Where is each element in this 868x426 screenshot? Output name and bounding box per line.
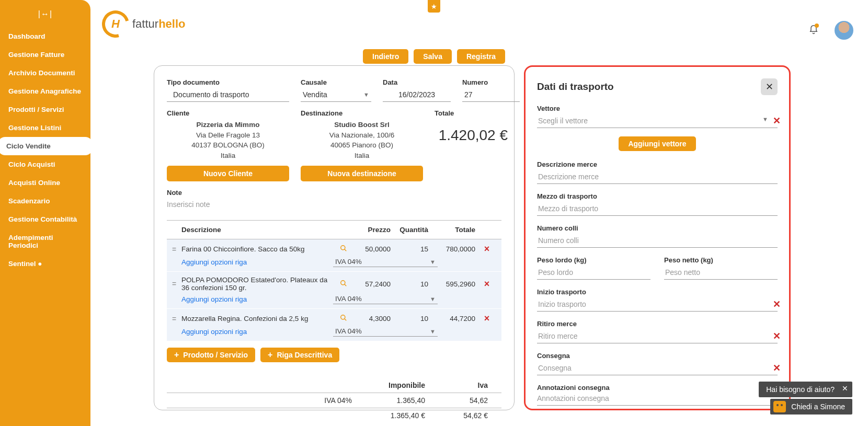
clear-inizio-icon[interactable]: ✕: [773, 298, 781, 310]
note-input[interactable]: Inserisci note: [167, 199, 501, 209]
clear-vettore-icon[interactable]: ✕: [773, 115, 781, 126]
drag-handle-icon[interactable]: =: [167, 315, 181, 323]
search-icon[interactable]: [333, 314, 354, 323]
data-label: Data: [383, 78, 451, 86]
data-input[interactable]: [383, 89, 451, 102]
totals-imponibile: 1.365,40: [355, 396, 428, 405]
delete-row-icon[interactable]: ×: [479, 244, 494, 255]
th-prezzo: Prezzo: [354, 226, 395, 234]
destinazione-box[interactable]: Studio Boost Srl Via Nazionale, 100/6 40…: [301, 120, 423, 160]
delete-row-icon[interactable]: ×: [479, 313, 494, 324]
notification-dot: [815, 24, 819, 28]
sidebar-item-ciclo-acquisti[interactable]: Ciclo Acquisti: [0, 155, 90, 174]
causale-select[interactable]: Vendita▼: [301, 89, 371, 102]
svg-point-1: [341, 281, 345, 285]
register-button[interactable]: Registra: [457, 49, 505, 64]
sidebar-item-gestione-contabilita[interactable]: Gestione Contabilità: [0, 210, 90, 228]
sidebar-item-sentinel[interactable]: Sentinel ●: [0, 255, 90, 273]
sidebar-item-dashboard[interactable]: Dashboard: [0, 27, 90, 45]
cliente-addr1: Via Delle Fragole 13: [167, 130, 289, 141]
table-row: =Farina 00 Chiccoinfiore. Sacco da 50kg5…: [167, 239, 501, 272]
help-close-icon[interactable]: ✕: [842, 384, 848, 393]
sidebar: |↔| Dashboard Gestione Fatture Archivio …: [0, 0, 90, 426]
row-iva-select[interactable]: IVA 04%▼: [333, 326, 438, 337]
sidebar-item-archivio-documenti[interactable]: Archivio Documenti: [0, 64, 90, 82]
row-options-link[interactable]: Aggiungi opzioni riga: [181, 295, 333, 303]
note-label: Note: [167, 189, 501, 197]
mezzo-input[interactable]: [537, 203, 778, 216]
page-actions: Indietro Salva Registra: [363, 49, 505, 64]
clear-ritiro-icon[interactable]: ✕: [773, 330, 781, 342]
numero-label: Numero: [462, 78, 520, 86]
clear-consegna-icon[interactable]: ✕: [773, 362, 781, 374]
search-icon[interactable]: [333, 280, 354, 289]
search-icon[interactable]: [333, 245, 354, 254]
th-quantita: Quantità: [395, 226, 432, 234]
sidebar-item-prodotti-servizi[interactable]: Prodotti / Servizi: [0, 100, 90, 119]
close-button[interactable]: ✕: [761, 78, 778, 95]
help-text: Hai bisogno di aiuto?: [766, 385, 835, 394]
sidebar-item-ciclo-vendite[interactable]: Ciclo Vendite: [0, 137, 93, 155]
row-options-link[interactable]: Aggiungi opzioni riga: [181, 328, 333, 336]
sidebar-item-gestione-fatture[interactable]: Gestione Fatture: [0, 45, 90, 64]
row-desc[interactable]: Farina 00 Chiccoinfiore. Sacco da 50kg: [181, 245, 333, 253]
nuovo-cliente-button[interactable]: Nuovo Cliente: [167, 166, 289, 181]
save-button[interactable]: Salva: [414, 49, 452, 64]
row-iva-select[interactable]: IVA 04%▼: [333, 294, 438, 304]
chatbot-icon: [773, 401, 786, 412]
ritiro-merce-input[interactable]: [537, 330, 778, 343]
row-qty[interactable]: 10: [395, 280, 432, 288]
help-bar[interactable]: Hai bisogno di aiuto? ✕: [759, 382, 852, 397]
row-options-link[interactable]: Aggiungi opzioni riga: [181, 258, 333, 266]
inizio-trasporto-label: Inizio trasporto: [537, 288, 778, 296]
row-desc[interactable]: POLPA POMODORO Estated'oro. Plateaux da …: [181, 276, 333, 292]
descrizione-merce-input[interactable]: [537, 171, 778, 184]
favorite-banner[interactable]: ★: [428, 0, 440, 13]
totale-label: Totale: [435, 109, 508, 117]
row-price[interactable]: 4,3000: [354, 315, 395, 323]
table-row: =POLPA POMODORO Estated'oro. Plateaux da…: [167, 272, 501, 309]
dest-addr2: 40065 Pianoro (BO): [301, 140, 423, 151]
numero-colli-input[interactable]: [537, 235, 778, 248]
back-button[interactable]: Indietro: [363, 49, 408, 64]
annotazioni-input[interactable]: Annotazioni consegna: [537, 394, 778, 406]
brand-logo-text: fatturhello: [132, 17, 185, 31]
consegna-input[interactable]: [537, 362, 778, 375]
row-desc[interactable]: Mozzarella Regina. Confezioni da 2,5 kg: [181, 315, 333, 323]
drag-handle-icon[interactable]: =: [167, 280, 181, 288]
vettore-select[interactable]: [537, 115, 778, 128]
row-price[interactable]: 50,0000: [354, 245, 395, 253]
sidebar-item-gestione-anagrafiche[interactable]: Gestione Anagrafiche: [0, 82, 90, 100]
add-product-button[interactable]: +Prodotto / Servizio: [167, 348, 255, 362]
th-totale: Totale: [432, 226, 479, 234]
add-descriptive-row-button[interactable]: +Riga Descrittiva: [260, 348, 339, 362]
sidebar-item-adempimenti-periodici[interactable]: Adempimenti Periodici: [0, 228, 90, 255]
brand-logo[interactable]: fatturhello: [102, 10, 185, 38]
numero-input[interactable]: [462, 89, 520, 102]
sidebar-item-scadenzario[interactable]: Scadenzario: [0, 192, 90, 210]
sidebar-item-gestione-listini[interactable]: Gestione Listini: [0, 119, 90, 137]
nuova-destinazione-button[interactable]: Nuova destinazione: [301, 166, 423, 181]
notifications-bell-icon[interactable]: [808, 25, 819, 36]
sidebar-item-acquisti-online[interactable]: Acquisti Online: [0, 174, 90, 192]
peso-lordo-input[interactable]: [537, 267, 650, 280]
brand-logo-icon: [102, 10, 129, 38]
row-qty[interactable]: 15: [395, 245, 432, 253]
chat-button[interactable]: Chiedi a Simone: [770, 399, 852, 415]
row-qty[interactable]: 10: [395, 315, 432, 323]
row-price[interactable]: 57,2400: [354, 280, 395, 288]
drag-handle-icon[interactable]: =: [167, 245, 181, 254]
peso-netto-input[interactable]: [664, 267, 778, 280]
numero-colli-label: Numero colli: [537, 224, 778, 232]
user-avatar[interactable]: [835, 21, 853, 40]
row-iva-select[interactable]: IVA 04%▼: [333, 257, 438, 267]
tipo-documento-value[interactable]: Documento di trasporto: [167, 89, 289, 102]
cliente-box[interactable]: Pizzeria da Mimmo Via Delle Fragole 13 4…: [167, 120, 289, 160]
inizio-trasporto-input[interactable]: [537, 298, 778, 312]
mezzo-label: Mezzo di trasporto: [537, 192, 778, 200]
delete-row-icon[interactable]: ×: [479, 279, 494, 290]
totals-box: Imponibile Iva IVA 04% 1.365,40 54,62 1.…: [167, 378, 501, 423]
aggiungi-vettore-button[interactable]: Aggiungi vettore: [619, 136, 695, 151]
sidebar-collapse-icon[interactable]: |↔|: [0, 6, 90, 27]
causale-label: Causale: [301, 78, 371, 86]
